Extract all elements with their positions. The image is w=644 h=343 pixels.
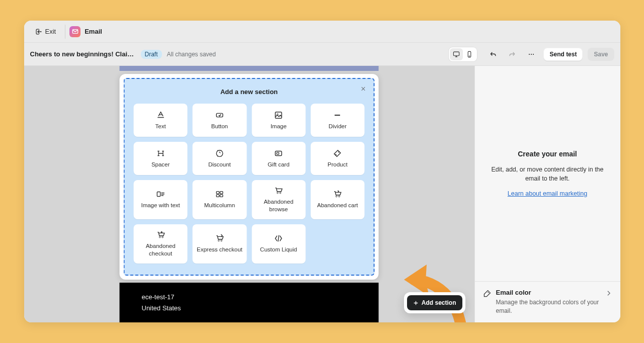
svg-point-21: [336, 196, 338, 198]
redo-icon: [508, 50, 516, 58]
canvas: Add a new section TextButtonImageDivider…: [24, 66, 474, 322]
tile-label: Abandoned browse: [255, 198, 302, 213]
send-test-button[interactable]: Send test: [543, 48, 583, 61]
svg-point-20: [280, 192, 281, 194]
app-icon: [69, 26, 80, 37]
add-section-float: Add section: [404, 292, 465, 313]
email-footer: ece-test-17 United States: [120, 283, 379, 322]
tile-multicolumn[interactable]: Multicolumn: [193, 180, 247, 219]
section-picker: Add a new section TextButtonImageDivider…: [124, 78, 375, 276]
right-panel-main: Create your email Edit, add, or move con…: [475, 66, 620, 281]
dots-icon: [527, 50, 535, 58]
gift-card-icon: [274, 149, 283, 158]
svg-rect-12: [277, 152, 279, 154]
abandoned-cart-icon: [333, 190, 342, 199]
tile-abandoned-checkout[interactable]: Abandoned checkout: [134, 224, 188, 264]
top-bar: Exit Email: [24, 21, 620, 43]
tile-label: Discount: [208, 161, 231, 168]
tile-express-checkout[interactable]: Express checkout: [193, 224, 247, 264]
tile-discount[interactable]: Discount: [193, 142, 247, 175]
redo-button[interactable]: [505, 47, 519, 61]
section-picker-title: Add a new section: [134, 88, 365, 96]
abandoned-browse-icon: [274, 186, 283, 195]
tile-label: Custom Liquid: [260, 246, 297, 253]
close-icon: [360, 86, 366, 92]
mobile-view-button[interactable]: [463, 48, 476, 60]
tile-grid: TextButtonImageDividerSpacerDiscountGift…: [134, 104, 365, 264]
express-checkout-icon: [215, 234, 224, 243]
email-preview: Add a new section TextButtonImageDivider…: [120, 66, 379, 322]
email-color-subtitle: Manage the background colors of your ema…: [496, 298, 600, 315]
svg-rect-11: [275, 151, 282, 155]
tile-label: Divider: [329, 123, 347, 130]
plus-icon: [413, 300, 419, 306]
button-icon: [215, 111, 224, 120]
tile-label: Text: [155, 123, 166, 130]
svg-rect-16: [220, 192, 222, 194]
tile-label: Product: [328, 161, 348, 168]
tile-label: Button: [211, 123, 228, 130]
exit-button[interactable]: Exit: [30, 25, 61, 38]
tile-gift-card[interactable]: Gift card: [252, 142, 305, 175]
add-section-button[interactable]: Add section: [407, 295, 462, 310]
app-name: Email: [85, 28, 102, 35]
sub-bar: Cheers to new beginnings! Claim yo... Dr…: [24, 43, 620, 66]
divider: [65, 25, 65, 39]
email-color-row[interactable]: Email color Manage the background colors…: [475, 281, 620, 322]
svg-point-19: [277, 192, 278, 194]
discount-icon: [215, 149, 224, 158]
tile-abandoned-cart[interactable]: Abandoned cart: [310, 180, 364, 219]
image-icon: [274, 111, 283, 120]
divider-icon: [333, 111, 342, 120]
tile-label: Image with text: [141, 202, 180, 209]
tile-button[interactable]: Button: [193, 104, 247, 137]
status-badge: Draft: [141, 50, 162, 59]
rpanel-description: Edit, add, or move content directly in t…: [487, 165, 608, 183]
svg-point-22: [339, 196, 340, 198]
svg-point-26: [221, 240, 222, 241]
undo-button[interactable]: [486, 47, 500, 61]
svg-point-25: [218, 240, 219, 241]
product-icon: [333, 149, 342, 158]
editor-content: Add a new section TextButtonImageDivider…: [24, 66, 620, 322]
close-button[interactable]: [359, 84, 368, 93]
device-toggle: [449, 47, 477, 61]
footer-country: United States: [142, 303, 357, 314]
svg-point-13: [339, 151, 340, 152]
section-picker-card: Add a new section TextButtonImageDivider…: [120, 74, 379, 280]
email-header-block: [120, 66, 379, 71]
paint-icon: [483, 290, 491, 298]
tile-label: Multicolumn: [204, 202, 235, 209]
tile-spacer[interactable]: Spacer: [134, 142, 188, 175]
tile-label: Image: [271, 123, 287, 130]
custom-liquid-icon: [274, 234, 283, 243]
multicolumn-icon: [215, 190, 224, 199]
svg-point-10: [216, 150, 223, 156]
desktop-view-button[interactable]: [450, 48, 463, 60]
email-color-title: Email color: [496, 289, 600, 296]
learn-link[interactable]: Learn about email marketing: [508, 190, 587, 197]
tile-divider[interactable]: Divider: [310, 104, 364, 137]
tile-image[interactable]: Image: [252, 104, 305, 137]
email-subject: Cheers to new beginnings! Claim yo...: [30, 50, 136, 58]
svg-rect-18: [220, 195, 222, 197]
svg-rect-17: [216, 195, 219, 197]
text-icon: [156, 111, 165, 120]
tile-label: Abandoned cart: [317, 202, 358, 209]
desktop-icon: [453, 51, 460, 58]
svg-point-6: [533, 53, 534, 54]
undo-icon: [489, 50, 497, 58]
tile-text[interactable]: Text: [134, 104, 188, 137]
right-panel: Create your email Edit, add, or move con…: [474, 66, 620, 322]
tile-abandoned-browse[interactable]: Abandoned browse: [252, 180, 305, 219]
tile-image-with-text[interactable]: Image with text: [134, 180, 188, 219]
tile-product[interactable]: Product: [310, 142, 364, 175]
more-button[interactable]: [524, 47, 538, 61]
svg-rect-1: [454, 52, 459, 56]
svg-point-23: [159, 236, 160, 238]
svg-point-4: [529, 53, 530, 54]
svg-rect-15: [216, 192, 219, 194]
image-with-text-icon: [156, 190, 165, 199]
tile-custom-liquid[interactable]: Custom Liquid: [252, 224, 305, 264]
footer-store-name: ece-test-17: [142, 292, 357, 303]
